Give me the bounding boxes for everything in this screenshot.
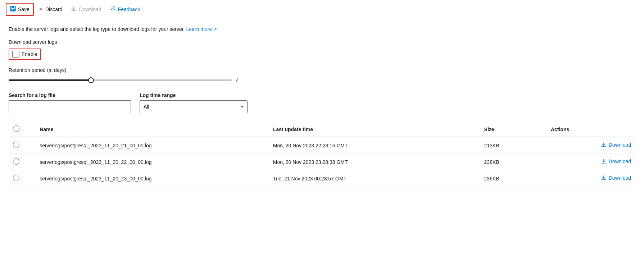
table-row: serverlogs/postgresql_2023_11_20_21_00_0…: [9, 137, 635, 154]
slider-value: 4: [236, 77, 243, 83]
retention-section: Retention period (in days) 4: [9, 67, 635, 84]
download-action-icon: [601, 159, 607, 164]
row-radio-cell: [9, 154, 35, 170]
retention-label: Retention period (in days): [9, 67, 635, 73]
row-actions: Download: [547, 137, 635, 154]
row-last-update: Mon, 20 Nov 2023 23:28:38 GMT: [269, 154, 480, 170]
svg-rect-1: [12, 6, 14, 8]
svg-point-4: [112, 7, 114, 9]
slider-thumb[interactable]: [88, 77, 94, 83]
discard-label: Discard: [45, 6, 62, 12]
row-actions: Download: [547, 170, 635, 187]
row-name: serverlogs/postgresql_2023_11_20_22_00_0…: [35, 154, 269, 170]
download-link[interactable]: Download: [601, 175, 631, 181]
enable-label: Enable: [22, 51, 37, 57]
table-header-radio: [9, 122, 35, 137]
row-name: serverlogs/postgresql_2023_11_20_21_00_0…: [35, 137, 269, 154]
row-radio[interactable]: [13, 175, 19, 181]
table-header-name: Name: [35, 122, 269, 137]
close-icon: ✕: [39, 6, 43, 12]
log-time-select-wrapper: AllLast 6 hoursLast 12 hoursLast 24 hour…: [140, 100, 248, 113]
table-header-actions: Actions: [547, 122, 635, 137]
slider-track-filled: [9, 79, 91, 81]
save-button[interactable]: Save: [6, 3, 34, 16]
row-size: 236KB: [480, 170, 547, 187]
main-content: Enable the server logs and select the lo…: [0, 19, 644, 194]
download-toolbar-label: Download: [79, 6, 101, 12]
save-icon: [10, 6, 16, 13]
download-action-label: Download: [609, 142, 631, 148]
table-body: serverlogs/postgresql_2023_11_20_21_00_0…: [9, 137, 635, 187]
table-header-last-update: Last update time: [269, 122, 480, 137]
feedback-label: Feedback: [118, 6, 140, 12]
svg-rect-2: [11, 9, 15, 11]
download-toolbar-button[interactable]: Download: [67, 4, 105, 15]
search-input[interactable]: [9, 100, 131, 113]
log-table: Name Last update time Size Actions serve…: [9, 122, 635, 187]
save-label: Save: [18, 6, 30, 12]
download-action-icon: [601, 142, 607, 148]
slider-row: 4: [9, 77, 635, 84]
row-size: 238KB: [480, 154, 547, 170]
header-radio-circle: [13, 125, 19, 132]
download-link[interactable]: Download: [601, 159, 631, 164]
search-label: Search for a log file: [9, 92, 131, 98]
download-action-label: Download: [609, 175, 631, 181]
log-time-select[interactable]: AllLast 6 hoursLast 12 hoursLast 24 hour…: [140, 100, 248, 113]
row-last-update: Mon, 20 Nov 2023 22:28:16 GMT: [269, 137, 480, 154]
table-header: Name Last update time Size Actions: [9, 122, 635, 137]
row-radio[interactable]: [13, 158, 19, 165]
feedback-button[interactable]: Feedback: [106, 4, 144, 15]
svg-rect-3: [12, 9, 13, 10]
table-header-size: Size: [480, 122, 547, 137]
retention-slider[interactable]: [9, 77, 232, 84]
download-icon: [71, 6, 77, 13]
log-time-label: Log time range: [140, 92, 248, 98]
enable-checkbox[interactable]: [12, 51, 19, 58]
learn-more-link[interactable]: Learn more ↗: [186, 26, 217, 32]
discard-button[interactable]: ✕ Discard: [35, 4, 66, 14]
download-action-label: Download: [609, 159, 631, 164]
search-filter-row: Search for a log file Log time range All…: [9, 92, 635, 113]
feedback-icon: [110, 6, 116, 13]
row-radio[interactable]: [13, 142, 19, 148]
row-last-update: Tue, 21 Nov 2023 00:28:57 GMT: [269, 170, 480, 187]
download-link[interactable]: Download: [601, 142, 631, 148]
toolbar: Save ✕ Discard Download Feedback: [0, 0, 644, 19]
download-action-icon: [601, 175, 607, 181]
log-time-group: Log time range AllLast 6 hoursLast 12 ho…: [140, 92, 248, 113]
enable-toggle-row: Enable: [9, 49, 635, 60]
external-link-icon: ↗: [213, 27, 217, 32]
search-group: Search for a log file: [9, 92, 131, 113]
row-radio-cell: [9, 170, 35, 187]
info-description: Enable the server logs and select the lo…: [9, 26, 635, 32]
table-row: serverlogs/postgresql_2023_11_20_22_00_0…: [9, 154, 635, 170]
row-name: serverlogs/postgresql_2023_11_20_23_00_0…: [35, 170, 269, 187]
row-actions: Download: [547, 154, 635, 170]
download-section-label: Download server logs: [9, 39, 635, 45]
table-row: serverlogs/postgresql_2023_11_20_23_00_0…: [9, 170, 635, 187]
row-radio-cell: [9, 137, 35, 154]
enable-toggle-wrapper: Enable: [9, 49, 41, 60]
row-size: 213KB: [480, 137, 547, 154]
